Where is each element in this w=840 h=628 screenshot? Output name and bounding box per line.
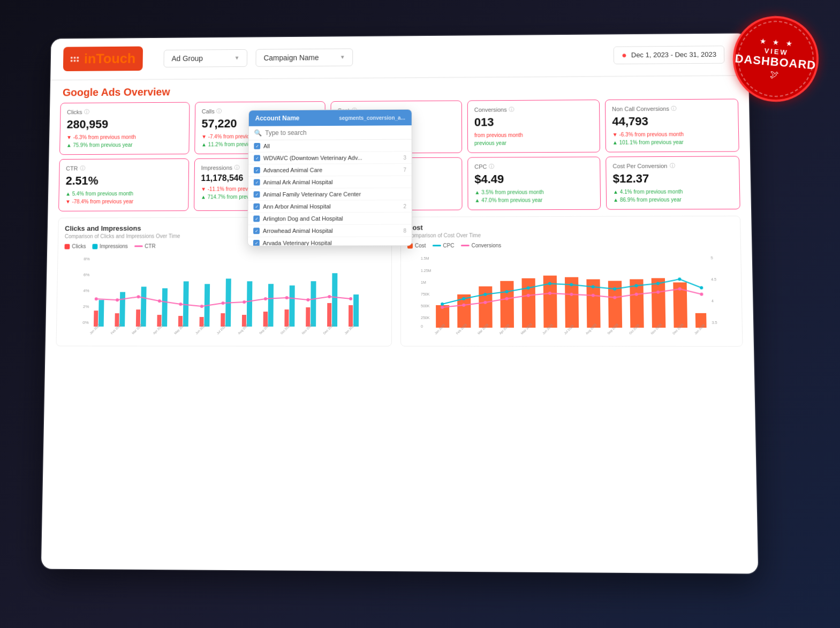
legend-clicks: Clicks <box>64 244 86 249</box>
legend-cost-label: Cost <box>415 243 426 248</box>
svg-point-42 <box>328 295 331 298</box>
checkbox-4[interactable]: ✓ <box>254 191 260 198</box>
ad-group-arrow-icon: ▼ <box>234 55 240 61</box>
svg-text:0%: 0% <box>82 320 89 325</box>
svg-text:4: 4 <box>712 299 714 303</box>
svg-point-92 <box>678 277 681 281</box>
svg-rect-12 <box>162 288 168 327</box>
dropdown-item-2[interactable]: ✓ Advanced Animal Care 7 <box>248 164 412 177</box>
svg-text:4.5: 4.5 <box>711 277 716 281</box>
metric-non-call-info-icon: ⓘ <box>671 105 677 112</box>
svg-point-94 <box>441 306 444 309</box>
metric-cpc: CPC ⓘ $4.49 ▲ 3.5% from previous month ▲… <box>467 157 601 210</box>
metric-clicks: Clicks ⓘ 280,959 ▼ -6.3% from previous m… <box>59 102 190 155</box>
svg-point-81 <box>441 302 444 306</box>
metric-clicks-info-icon: ⓘ <box>84 108 89 116</box>
item-6-label: Arlington Dog and Cat Hospital <box>263 215 343 222</box>
dropdown-item-8[interactable]: ✓ Arvada Veterinary Hospital <box>248 237 412 246</box>
main-dashboard-card: inTouch Ad Group ▼ Campaign Name ▼ ● Dec… <box>41 33 758 573</box>
metric-cpc2-info-icon: ⓘ <box>669 162 675 170</box>
date-range-picker[interactable]: ● Dec 1, 2023 - Dec 31, 2023 <box>614 46 724 64</box>
item-4-label: Animal Family Veterinary Care Center <box>263 191 361 198</box>
item-all-label: All <box>263 143 270 149</box>
svg-point-37 <box>222 301 225 305</box>
ad-group-dropdown[interactable]: Ad Group ▼ <box>164 49 248 67</box>
date-range-text: Dec 1, 2023 - Dec 31, 2023 <box>631 50 716 59</box>
svg-text:3.5: 3.5 <box>712 321 717 324</box>
dropdown-item-4[interactable]: ✓ Animal Family Veterinary Care Center <box>248 188 412 201</box>
metric-ctr-value: 2.51% <box>66 173 183 187</box>
dropdown-item-all[interactable]: ✓ All <box>248 140 411 153</box>
svg-text:4%: 4% <box>83 288 89 293</box>
checkbox-8[interactable]: ✓ <box>253 240 260 246</box>
legend-cpc-chart-label: CPC <box>443 243 454 248</box>
svg-point-38 <box>243 300 246 304</box>
svg-point-85 <box>527 286 530 290</box>
metric-ctr: CTR ⓘ 2.51% ▲ 5.4% from previous month ▼… <box>58 158 189 211</box>
checkbox-1[interactable]: ✓ <box>254 155 260 161</box>
svg-point-99 <box>548 292 551 295</box>
metric-cpc2-changes: ▲ 4.1% from previous month ▲ 86.9% from … <box>613 187 733 204</box>
dropdown-header-right: segments_conversion_a... <box>339 115 405 120</box>
svg-point-84 <box>505 290 508 293</box>
svg-rect-22 <box>268 284 274 327</box>
legend-clicks-label: Clicks <box>72 244 86 249</box>
metric-clicks-changes: ▼ -6.3% from previous month ▲ 75.9% from… <box>66 133 183 149</box>
dropdown-item-5[interactable]: ✓ Ann Arbor Animal Hospital 2 <box>248 200 411 213</box>
legend-cpc-chart: CPC <box>432 243 454 248</box>
dropdown-item-6[interactable]: ✓ Arlington Dog and Cat Hospital <box>248 213 412 225</box>
svg-rect-8 <box>119 292 125 327</box>
campaign-name-dropdown[interactable]: Campaign Name ▼ <box>256 48 353 66</box>
svg-point-35 <box>179 302 182 306</box>
svg-point-36 <box>200 305 203 308</box>
svg-point-41 <box>306 298 309 301</box>
svg-point-97 <box>505 297 509 300</box>
checkbox-6[interactable]: ✓ <box>253 216 260 222</box>
svg-point-86 <box>548 282 551 285</box>
chart2-title: Cost <box>407 223 733 232</box>
svg-point-93 <box>700 286 703 289</box>
checkbox-2[interactable]: ✓ <box>254 167 260 173</box>
badge-dashboard-label: DASHBOARD <box>735 52 817 72</box>
legend-conversions-chart-color <box>461 245 470 246</box>
checkbox-3[interactable]: ✓ <box>254 179 260 186</box>
checkbox-7[interactable]: ✓ <box>253 228 260 234</box>
legend-ctr-label: CTR <box>145 243 155 249</box>
dropdown-header-label: Account Name <box>255 115 300 122</box>
chart1-svg: 8% 6% 4% 2% 0% <box>63 252 385 337</box>
dropdown-search-bar[interactable]: 🔍 <box>249 125 412 140</box>
svg-point-31 <box>95 297 98 300</box>
svg-rect-29 <box>349 305 353 327</box>
metric-cost-per-conversion: Cost Per Conversion ⓘ $12.37 ▲ 4.1% from… <box>606 156 740 209</box>
metric-calls-info-icon: ⓘ <box>217 108 222 115</box>
svg-rect-71 <box>500 281 514 328</box>
metric-conversions-label: Conversions ⓘ <box>474 105 593 114</box>
dropdown-item-1[interactable]: ✓ WDVAVC (Downtown Veterinary Adv... 3 <box>248 152 412 164</box>
svg-point-96 <box>483 301 487 304</box>
svg-text:750K: 750K <box>421 292 430 296</box>
item-2-num: 7 <box>403 167 406 172</box>
campaign-name-label: Campaign Name <box>263 53 319 62</box>
svg-text:2%: 2% <box>83 304 89 309</box>
svg-point-100 <box>570 293 573 296</box>
checkbox-5[interactable]: ✓ <box>253 203 260 210</box>
item-1-num: 3 <box>403 155 406 161</box>
item-5-label: Ann Arbor Animal Hospital <box>263 203 331 209</box>
svg-text:0: 0 <box>421 324 423 328</box>
dropdown-search-input[interactable] <box>265 128 406 137</box>
svg-rect-10 <box>141 286 147 327</box>
dropdown-item-7[interactable]: ✓ Arrowhead Animal Hospital 8 <box>248 225 412 238</box>
campaign-arrow-icon: ▼ <box>340 54 345 60</box>
account-name-dropdown[interactable]: Account Name segments_conversion_a... 🔍 … <box>247 109 412 246</box>
item-8-label: Arvada Veterinary Hospital <box>263 240 332 246</box>
metric-ctr-info-icon: ⓘ <box>80 165 85 172</box>
svg-rect-28 <box>332 273 337 327</box>
search-icon: 🔍 <box>254 130 262 137</box>
svg-rect-72 <box>521 278 535 328</box>
dropdown-item-3[interactable]: ✓ Animal Ark Animal Hospital <box>248 176 412 189</box>
item-1-label: WDVAVC (Downtown Veterinary Adv... <box>263 155 362 162</box>
checkbox-all[interactable]: ✓ <box>254 143 260 149</box>
metric-ctr-label: CTR ⓘ <box>66 164 182 172</box>
svg-text:250K: 250K <box>421 316 430 320</box>
svg-point-106 <box>700 293 703 296</box>
